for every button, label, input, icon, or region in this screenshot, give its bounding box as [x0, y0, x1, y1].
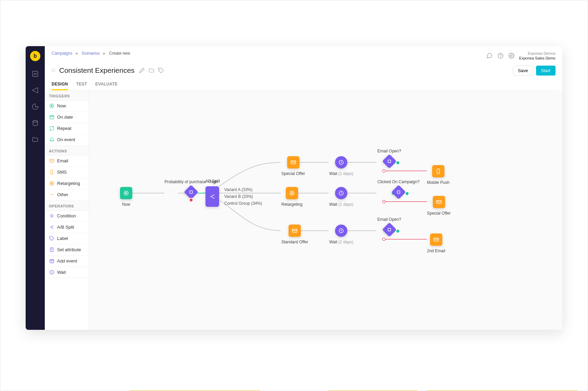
breadcrumb-current: Create new [109, 51, 130, 56]
variant-c: Control Group (34%) [224, 200, 262, 207]
nav-files-icon[interactable] [31, 136, 39, 143]
node-wait-1b[interactable]: Wait (1 days) [329, 187, 353, 207]
node-label: Retargeting [281, 202, 303, 207]
svg-point-2 [498, 53, 503, 58]
nav-analytics-icon[interactable] [31, 103, 39, 110]
tab-evaluate[interactable]: EVALUATE [95, 82, 118, 90]
svg-rect-14 [50, 248, 53, 252]
node-retargeting[interactable]: Retargeting [281, 187, 303, 207]
node-label: Special Offer [427, 211, 451, 216]
node-special-offer[interactable]: Special Offer [281, 156, 305, 176]
help-icon[interactable] [497, 53, 504, 59]
svg-rect-13 [50, 214, 53, 217]
svg-point-34 [383, 200, 385, 203]
svg-point-3 [500, 57, 500, 57]
save-button[interactable]: Save [513, 66, 533, 76]
status-indicator [52, 69, 55, 72]
node-wait-1a[interactable]: Wait (1 days) [329, 156, 353, 176]
palette-sms[interactable]: SMS [45, 167, 89, 178]
svg-rect-47 [397, 191, 400, 193]
node-wait-2[interactable]: Wait (2 days) [329, 225, 353, 244]
tag-icon[interactable] [158, 67, 164, 73]
svg-point-36 [383, 238, 385, 241]
start-button[interactable]: Start [536, 66, 556, 76]
canvas[interactable]: Now Probability of purchase - high AB Sp… [89, 91, 562, 330]
node-label: Mobile Push [427, 180, 450, 185]
node-mobile-push[interactable]: Mobile Push [427, 165, 450, 185]
node-label: Email Open? [377, 217, 401, 222]
page-title: Consistent Experiences [59, 66, 135, 75]
node-label: Email Open? [377, 149, 401, 153]
ok-badge-icon [396, 160, 400, 165]
topbar: Campaigns ▶ Scenarios ▶ Create new Expon… [45, 46, 562, 91]
breadcrumb-campaigns[interactable]: Campaigns [52, 51, 72, 56]
node-ab-split[interactable]: AB Split [205, 179, 220, 207]
node-now[interactable]: Now [120, 187, 132, 207]
node-clicked-campaign[interactable]: Clicked On Campaign? [377, 179, 419, 197]
tabs: DESIGN TEST EVALUATE [52, 82, 556, 91]
palette-ab-split[interactable]: A/B Split [45, 222, 89, 233]
node-label: AB Split [205, 179, 220, 184]
account-org: Exponea Demos [519, 51, 556, 56]
palette-repeat[interactable]: Repeat [45, 123, 89, 134]
chevron-right-icon: ▶ [103, 52, 106, 55]
palette-on-date[interactable]: On date [45, 112, 89, 123]
palette-on-event[interactable]: On event [45, 134, 89, 146]
ok-badge-icon [396, 229, 400, 233]
palette-label[interactable]: Label [45, 233, 89, 244]
palette-now[interactable]: Now [45, 100, 89, 112]
nav-dashboard-icon[interactable] [31, 70, 39, 78]
chevron-right-icon: ▶ [76, 52, 78, 55]
node-standard-offer[interactable]: Standard Offer [281, 225, 308, 244]
palette-wait[interactable]: Wait [45, 267, 89, 278]
node-label: Wait (1 days) [329, 171, 353, 176]
variant-a: Variant A (33%) [224, 186, 262, 193]
node-label: Clicked On Campaign? [377, 179, 419, 184]
node-second-email[interactable]: 2nd Email [427, 233, 445, 253]
palette-condition[interactable]: Condition [45, 211, 89, 222]
svg-point-12 [51, 183, 52, 184]
svg-rect-38 [190, 191, 192, 193]
brand-logo[interactable]: b [30, 51, 40, 61]
palette-head-operators: OPERATORS [45, 201, 89, 211]
edit-icon[interactable] [139, 67, 145, 73]
ok-badge-icon [405, 191, 409, 196]
node-label: Special Offer [281, 171, 305, 176]
svg-point-4 [510, 55, 512, 57]
node-email-open-1[interactable]: Email Open? [377, 149, 401, 166]
breadcrumb-scenarios[interactable]: Scenarios [82, 51, 100, 56]
account-workspace: Exponea Sales Demo [519, 56, 556, 60]
svg-rect-9 [51, 170, 53, 174]
palette-set-attribute[interactable]: Set attribute [45, 244, 89, 256]
chat-icon[interactable] [486, 53, 493, 59]
nav-campaigns-icon[interactable] [31, 86, 39, 94]
tab-design[interactable]: DESIGN [52, 82, 68, 90]
palette-email[interactable]: Email [45, 156, 89, 167]
palette-head-actions: ACTIONS [45, 146, 89, 156]
split-variants: Variant A (33%) Variant B (33%) Control … [224, 186, 262, 207]
palette-retargeting[interactable]: Retargeting [45, 178, 89, 189]
svg-rect-46 [388, 160, 391, 163]
main-area: Campaigns ▶ Scenarios ▶ Create new Expon… [45, 46, 562, 330]
node-label: Now [122, 202, 130, 207]
palette-add-event[interactable]: Add event [45, 256, 89, 267]
left-nav: b [26, 46, 45, 330]
breadcrumb: Campaigns ▶ Scenarios ▶ Create new [52, 51, 130, 56]
palette-other[interactable]: Other [45, 189, 89, 201]
svg-rect-7 [50, 116, 53, 119]
nav-data-icon[interactable] [31, 119, 39, 127]
svg-point-41 [291, 192, 293, 194]
node-email-open-2[interactable]: Email Open? [377, 217, 401, 235]
svg-rect-48 [388, 228, 391, 231]
gear-icon[interactable] [508, 53, 514, 59]
folder-icon[interactable] [148, 67, 155, 73]
node-special-offer-2[interactable]: Special Offer [427, 196, 451, 216]
edges-layer [89, 91, 562, 330]
variant-b: Variant B (33%) [224, 193, 262, 200]
account-switcher[interactable]: Exponea Demos Exponea Sales Demo [519, 51, 556, 61]
tab-test[interactable]: TEST [76, 82, 87, 90]
app-window: b Campaigns ▶ Scenarios ▶ Create new [26, 46, 562, 330]
svg-point-32 [383, 170, 385, 172]
node-label: Standard Offer [281, 240, 308, 244]
node-label: Wait (1 days) [329, 202, 353, 207]
